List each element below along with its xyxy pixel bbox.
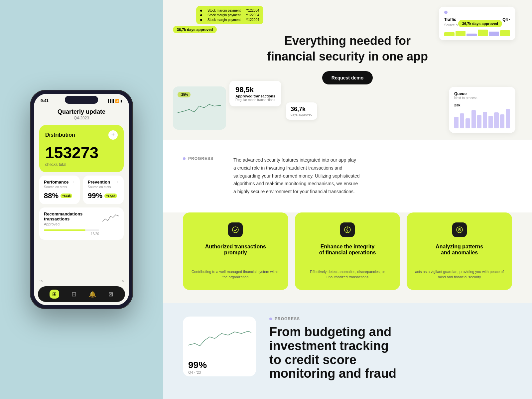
feature-icon-2 xyxy=(340,222,355,237)
progress-label: PROGRESS xyxy=(188,156,213,161)
wifi-icon: 📶 xyxy=(115,99,119,103)
prevention-title: Prevention xyxy=(88,180,110,185)
feature-title-3: Analyzing patternsand anomalies xyxy=(436,244,483,256)
traffic-bar-2 xyxy=(456,31,466,36)
bottom-stats: 99% Q4 · '23 xyxy=(188,360,251,374)
feature-desc-2: Effectively detect anomalies, discrepanc… xyxy=(303,269,392,280)
stock-row-1: Stock margin payment Y122004 xyxy=(200,9,259,12)
progress-section: PROGRESS The advanced security features … xyxy=(163,140,532,212)
days-number: 36,7k xyxy=(291,106,313,113)
nav-page-start: 10 xyxy=(39,280,43,283)
feature-desc-1: Contributing to a well-managed financial… xyxy=(191,269,280,280)
stock-value-2: Y122004 xyxy=(246,13,259,17)
distribution-card-header: Distribution + xyxy=(45,130,118,140)
queue-number: 23k xyxy=(454,103,510,107)
cta-button[interactable]: Request demo xyxy=(322,71,373,84)
heading-line-3: to credit score xyxy=(269,353,356,367)
approved-number: 98,5k xyxy=(235,85,275,94)
recommendations-card: Recommandations transactions Approved 16… xyxy=(39,207,124,240)
stock-label-1: Stock margin payment xyxy=(207,9,241,12)
feature-title-1: Authorized transactionspromptly xyxy=(205,244,266,256)
nav-page-end: 0 xyxy=(122,280,124,283)
distribution-number: 153273 xyxy=(45,145,118,161)
features-section: Authorized transactionspromptly Contribu… xyxy=(163,212,532,303)
traffic-bar-4 xyxy=(478,30,488,36)
approved-chart-svg xyxy=(178,99,221,118)
hero-section: Stock margin payment Y122004 Stock margi… xyxy=(163,0,532,140)
distribution-label: Distribution xyxy=(45,132,75,138)
status-icons: ▐▐▐ 📶 ▮ xyxy=(107,99,122,103)
prevention-value-row: 99% +17,4k xyxy=(88,192,119,200)
performance-value: 88% xyxy=(44,192,59,200)
stock-value-1: Y122004 xyxy=(246,9,259,12)
qbar-8 xyxy=(494,112,498,128)
nav-item-folder[interactable]: ⊡ xyxy=(71,291,76,298)
traffic-quarter: Q4 · xyxy=(502,17,510,22)
approved-chart-card: -25% xyxy=(173,86,226,130)
progress-text: The advanced security features integrate… xyxy=(233,156,360,196)
prevention-badge: +17,4k xyxy=(104,194,117,198)
bottom-chart-svg xyxy=(188,322,251,355)
nav-item-bell[interactable]: 🔔 xyxy=(89,291,96,298)
feature-card-3: Analyzing patternsand anomalies acts as … xyxy=(407,212,512,290)
days-approved-card: 36,7k days approved xyxy=(286,102,317,120)
prevention-source: Source on stats xyxy=(88,185,119,189)
performance-value-row: 88% +524k xyxy=(44,192,75,200)
bottom-period: Q4 · '23 xyxy=(188,370,251,374)
rec-chart xyxy=(102,211,119,225)
bottom-nav[interactable]: ⊞ ⊡ 🔔 ⊠ xyxy=(38,286,125,302)
days-badge-2: 36,7k days approved xyxy=(458,20,502,27)
approved-label: Approved transactions xyxy=(235,94,275,98)
qbar-10 xyxy=(506,109,510,128)
prevention-header: Prevention + xyxy=(88,180,119,185)
chart-badge: -25% xyxy=(178,92,191,97)
metrics-row: Perfomance + Source on stats 88% +524k P… xyxy=(39,176,124,204)
stock-row-3: Stock margin payment Y122004 xyxy=(200,18,259,22)
qbar-1 xyxy=(454,117,459,128)
distribution-plus-button[interactable]: + xyxy=(108,130,118,140)
bottom-chart-card: 99% Q4 · '23 xyxy=(183,317,256,376)
performance-plus[interactable]: + xyxy=(72,180,75,185)
performance-header: Perfomance + xyxy=(44,180,75,185)
prevention-plus[interactable]: + xyxy=(116,180,119,185)
qbar-4 xyxy=(471,110,476,128)
performance-card: Perfomance + Source on stats 88% +524k xyxy=(39,176,80,204)
phone-screen: 9:41 ▐▐▐ 📶 ▮ Quarterly update Q4·2023 Di… xyxy=(34,94,129,305)
nav-item-dashboard[interactable]: ⊞ xyxy=(50,290,59,299)
prevention-card: Prevention + Source on stats 99% +17,4k xyxy=(83,176,124,204)
nav-item-share[interactable]: ⊠ xyxy=(108,291,113,298)
phone-content: Quarterly update Q4·2023 Distribution + … xyxy=(34,104,129,280)
stock-label-2: Stock margin payment xyxy=(207,13,241,17)
queue-sub: Next to process xyxy=(454,96,510,100)
performance-title: Perfomance xyxy=(44,180,68,185)
feature-icon-1 xyxy=(228,222,243,237)
rec-progress-label: 16/20 xyxy=(44,232,99,236)
target-icon xyxy=(456,226,463,233)
qbar-3 xyxy=(466,118,470,128)
traffic-bar-3 xyxy=(466,34,477,36)
phone-header-sub: Q4·2023 xyxy=(39,116,124,120)
stock-dot-3 xyxy=(200,19,202,21)
distribution-card: Distribution + 153273 checks total xyxy=(39,125,124,172)
traffic-dot xyxy=(444,11,448,14)
days-badge-1-text: 36,7k days approved xyxy=(177,28,213,32)
queue-bars xyxy=(454,108,510,128)
heading-line-4: monitoring and fraud xyxy=(269,366,396,380)
qbar-5 xyxy=(477,115,481,128)
days-badge-2-text: 36,7k days approved xyxy=(462,22,498,26)
qbar-2 xyxy=(460,113,464,128)
days-badge-1: 36,7k days approved xyxy=(173,26,217,33)
rec-title: Recommandations transactions xyxy=(44,211,99,221)
heading-line-1: From budgeting and xyxy=(269,325,391,339)
signal-icon: ▐▐▐ xyxy=(107,99,114,103)
queue-title: Queue xyxy=(454,91,510,96)
feature-card-2: Enhance the integrityof financial operat… xyxy=(295,212,400,290)
check-circle-icon xyxy=(232,226,239,233)
bottom-progress-label: PROGRESS xyxy=(275,317,300,321)
battery-icon: ▮ xyxy=(120,99,122,103)
distribution-sub: checks total xyxy=(45,162,118,167)
feature-icon-3 xyxy=(452,222,467,237)
approved-sub: Regular mode transactions xyxy=(235,98,275,102)
stock-label-3: Stock margin payment xyxy=(207,18,241,22)
bottom-progress-row: PROGRESS xyxy=(269,317,512,321)
